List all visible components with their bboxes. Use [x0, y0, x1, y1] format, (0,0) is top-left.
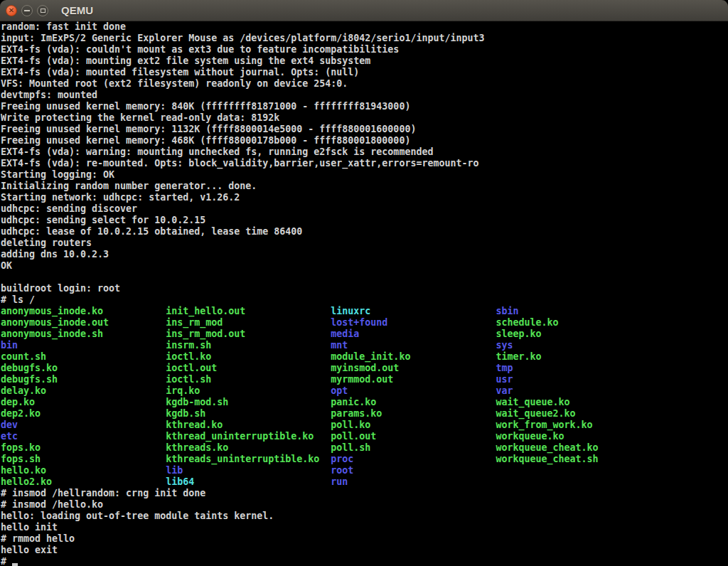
console-line [1, 272, 728, 283]
console-line: # insmod /hello.ko [1, 499, 728, 511]
minimize-icon [24, 10, 30, 11]
ls-entry: wait_queue.ko [496, 397, 569, 408]
ls-row: etckthread_uninterruptible.kopoll.outwor… [1, 431, 728, 442]
ls-entry: module_init.ko [331, 351, 496, 363]
ls-entry: poll.sh [331, 442, 496, 454]
ls-entry: media [331, 329, 496, 340]
ls-entry: anonymous_inode.out [1, 317, 166, 329]
ls-entry: ioctl.out [166, 363, 331, 374]
ls-entry: kthreads.ko [166, 442, 331, 454]
console-line: OK [1, 260, 728, 272]
ls-entry: usr [496, 374, 513, 385]
ls-entry: poll.ko [331, 420, 496, 431]
console-line: # ls / [1, 294, 728, 306]
ls-entry: kthread.ko [166, 420, 331, 431]
ls-entry: sleep.ko [496, 329, 541, 340]
console-line: Write protecting the kernel read-only da… [1, 112, 728, 124]
ls-row: fops.kokthreads.kopoll.shworkqueue_cheat… [1, 442, 728, 454]
ls-row: bininsrm.shmntsys [1, 340, 728, 351]
ls-entry: myrmmod.out [331, 374, 496, 385]
ls-entry: root [331, 465, 496, 476]
terminal-cursor [12, 556, 18, 566]
close-button[interactable]: ✕ [6, 5, 17, 16]
ls-entry: dep2.ko [1, 408, 166, 420]
console-line: # rmmod hello [1, 533, 728, 545]
window-title: QEMU [61, 4, 93, 16]
ls-entry: poll.out [331, 431, 496, 442]
ls-entry: fops.sh [1, 454, 166, 465]
ls-entry: proc [331, 454, 496, 465]
ls-entry: params.ko [331, 408, 496, 420]
console-line: Freeing unused kernel memory: 468K (ffff… [1, 135, 728, 146]
console-line: adding dns 10.0.2.3 [1, 249, 728, 260]
ls-entry: sys [496, 340, 513, 351]
ls-entry: ins_rm_mod.out [166, 329, 331, 340]
ls-entry: var [496, 385, 513, 397]
ls-row: debugfs.koioctl.outmyinsmod.outtmp [1, 363, 728, 374]
ls-entry: debugfs.ko [1, 363, 166, 374]
console-line: udhcpc: lease of 10.0.2.15 obtained, lea… [1, 226, 728, 237]
console-line: Freeing unused kernel memory: 840K (ffff… [1, 101, 728, 112]
ls-entry: panic.ko [331, 397, 496, 408]
ls-row: anonymous_inode.koinit_hello.outlinuxrcs… [1, 306, 728, 317]
ls-row: hello2.kolib64run [1, 476, 728, 488]
console-line: Starting network: udhcpc: started, v1.26… [1, 192, 728, 203]
maximize-icon [41, 9, 46, 13]
console-line: deleting routers [1, 237, 728, 249]
ls-entry: schedule.ko [496, 317, 558, 329]
minimize-button[interactable] [21, 5, 33, 16]
window-titlebar[interactable]: ✕ QEMU [0, 0, 728, 21]
ls-row: fops.shkthreads_uninterruptible.koprocwo… [1, 454, 728, 465]
ls-entry: sbin [496, 306, 518, 317]
console-line: udhcpc: sending select for 10.0.2.15 [1, 215, 728, 226]
ls-entry: ioctl.ko [166, 351, 331, 363]
ls-entry: init_hello.out [166, 306, 331, 317]
ls-row: dep.kokgdb-mod.shpanic.kowait_queue.ko [1, 397, 728, 408]
ls-entry: hello2.ko [1, 476, 166, 488]
ls-entry: lib [166, 465, 331, 476]
ls-entry: work_from_work.ko [496, 420, 592, 431]
ls-entry: wait_queue2.ko [496, 408, 575, 420]
ls-entry: lib64 [166, 476, 331, 488]
console-line: EXT4-fs (vda): couldn't mount as ext3 du… [1, 44, 728, 55]
ls-entry: count.sh [1, 351, 166, 363]
ls-entry: hello.ko [1, 465, 166, 476]
console-line: EXT4-fs (vda): warning: mounting uncheck… [1, 146, 728, 158]
maximize-button[interactable] [37, 5, 48, 16]
terminal-screen[interactable]: random: fast init doneinput: ImExPS/2 Ge… [0, 21, 728, 566]
ls-entry: irq.ko [166, 385, 331, 397]
ls-entry: debugfs.sh [1, 374, 166, 385]
console-line: hello init [1, 522, 728, 533]
console-line: input: ImExPS/2 Generic Explorer Mouse a… [1, 33, 728, 44]
ls-entry: run [331, 476, 496, 488]
ls-entry: workqueue_cheat.ko [496, 442, 598, 454]
console-line: udhcpc: sending discover [1, 203, 728, 215]
ls-row: hello.kolibroot [1, 465, 728, 476]
ls-entry: ins_rm_mod [166, 317, 331, 329]
ls-row: anonymous_inode.outins_rm_modlost+founds… [1, 317, 728, 329]
ls-row: dep2.kokgdb.shparams.kowait_queue2.ko [1, 408, 728, 420]
ls-entry: fops.ko [1, 442, 166, 454]
ls-entry: ioctl.sh [166, 374, 331, 385]
ls-row: count.shioctl.komodule_init.kotimer.ko [1, 351, 728, 363]
close-icon: ✕ [9, 7, 14, 14]
ls-entry: kthread_uninterruptible.ko [166, 431, 331, 442]
ls-entry: linuxrc [331, 306, 496, 317]
ls-row: devkthread.kopoll.kowork_from_work.ko [1, 420, 728, 431]
ls-entry: kthreads_uninterruptible.ko [166, 454, 331, 465]
console-line: random: fast init done [1, 21, 728, 33]
console-line: EXT4-fs (vda): mounting ext2 file system… [1, 55, 728, 67]
ls-entry: delay.ko [1, 385, 166, 397]
ls-entry: workqueue_cheat.sh [496, 454, 598, 465]
ls-entry: dev [1, 420, 166, 431]
console-line: hello: loading out-of-tree module taints… [1, 511, 728, 522]
console-line: Initializing random number generator... … [1, 181, 728, 192]
ls-row: anonymous_inode.shins_rm_mod.outmediasle… [1, 329, 728, 340]
ls-entry: timer.ko [496, 351, 541, 363]
ls-entry: mnt [331, 340, 496, 351]
ls-entry: dep.ko [1, 397, 166, 408]
ls-entry: insrm.sh [166, 340, 331, 351]
ls-entry: etc [1, 431, 166, 442]
ls-entry: myinsmod.out [331, 363, 496, 374]
console-line: Starting logging: OK [1, 169, 728, 181]
